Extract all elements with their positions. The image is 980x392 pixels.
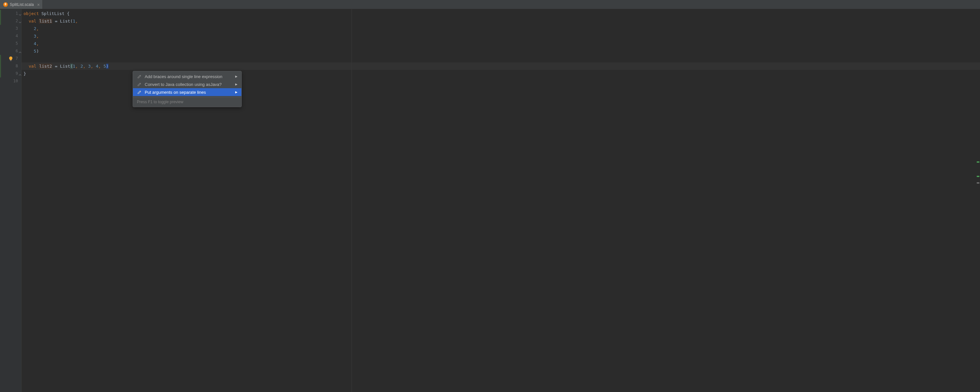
scrollbar-marker — [977, 182, 979, 183]
editor-content[interactable]: object SplitList { val list1 = List(1, 2… — [22, 9, 980, 392]
fold-expand-icon[interactable] — [18, 49, 22, 52]
scala-file-icon: O — [3, 2, 8, 7]
code-line-current: val list2 = List(1, 2, 3, 4, 5) — [22, 62, 980, 70]
menu-item-convert-java[interactable]: Convert to Java collection using asJava?… — [133, 80, 242, 88]
menu-divider — [133, 97, 242, 97]
code-line: 2, — [22, 25, 980, 32]
right-margin-guide — [352, 9, 352, 392]
editor-area: 1 2 3 4 5 6 7 8 9 — [0, 9, 980, 392]
line-number: 4 — [3, 32, 21, 40]
line-number: 7 — [3, 55, 21, 62]
line-number: 9 — [3, 70, 21, 77]
menu-footer-hint: Press F1 to toggle preview — [133, 98, 242, 105]
intention-bulb-icon[interactable] — [9, 56, 13, 60]
chevron-right-icon: ▶ — [235, 83, 237, 86]
line-number: 1 — [3, 10, 21, 17]
line-number: 6 — [3, 47, 21, 55]
scrollbar-track[interactable] — [976, 9, 980, 392]
fold-collapse-icon[interactable] — [18, 19, 22, 22]
menu-item-label: Put arguments on separate lines — [145, 90, 206, 95]
code-line: val list1 = List(1, — [22, 17, 980, 25]
close-icon[interactable]: × — [37, 2, 40, 7]
code-line: 5) — [22, 47, 980, 55]
code-line: 4, — [22, 40, 980, 47]
left-margin — [0, 9, 3, 392]
gutter: 1 2 3 4 5 6 7 8 9 — [3, 9, 22, 392]
line-number: 2 — [3, 17, 21, 25]
code-line: 3, — [22, 32, 980, 40]
file-tab[interactable]: O SplitList.scala × — [0, 0, 43, 9]
menu-item-label: Convert to Java collection using asJava? — [145, 82, 222, 87]
svg-rect-0 — [10, 61, 11, 61]
chevron-right-icon: ▶ — [235, 75, 237, 78]
code-line — [22, 55, 980, 62]
menu-item-add-braces[interactable]: Add braces around single line expression… — [133, 73, 242, 80]
scrollbar-marker — [977, 161, 979, 163]
pencil-icon — [137, 74, 142, 79]
fold-expand-icon[interactable] — [18, 72, 22, 75]
line-number: 5 — [3, 40, 21, 47]
line-number: 3 — [3, 25, 21, 32]
line-number: 8 — [3, 62, 21, 70]
menu-item-label: Add braces around single line expression — [145, 74, 223, 79]
menu-item-put-arguments[interactable]: Put arguments on separate lines ▶ — [133, 88, 242, 96]
line-number: 10 — [3, 77, 21, 85]
tab-filename: SplitList.scala — [10, 2, 33, 7]
pencil-icon — [137, 89, 142, 95]
fold-collapse-icon[interactable] — [18, 11, 22, 15]
intention-actions-menu: Add braces around single line expression… — [133, 71, 242, 107]
code-line: object SplitList { — [22, 10, 980, 17]
scrollbar-marker — [977, 176, 979, 177]
chevron-right-icon: ▶ — [235, 91, 237, 94]
pencil-icon — [137, 82, 142, 87]
tab-bar: O SplitList.scala × — [0, 0, 980, 9]
